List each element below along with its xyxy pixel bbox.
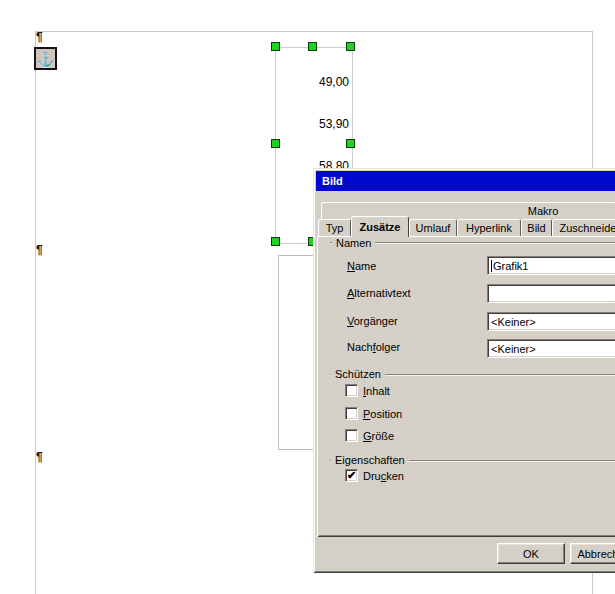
tab-zusaetze[interactable]: Zusätze xyxy=(351,216,409,237)
value-line: 49,00 xyxy=(280,75,349,89)
paragraph-mark: ¶ xyxy=(36,31,43,43)
selection-handle[interactable] xyxy=(271,139,280,148)
checkbox-drucken[interactable]: ✔ xyxy=(345,469,358,482)
page-margin-top-line xyxy=(35,31,593,32)
tab-label: Makro xyxy=(528,205,559,217)
dialog-title: Bild xyxy=(322,175,343,187)
tab-bild[interactable]: Bild xyxy=(521,219,552,236)
tab-label: Typ xyxy=(326,222,344,234)
nachfolger-value: <Keiner> xyxy=(491,342,536,357)
checkbox-groesse[interactable] xyxy=(345,429,358,442)
tab-label: Zuschneiden xyxy=(560,222,615,234)
tab-hyperlink[interactable]: Hyperlink xyxy=(457,219,521,236)
name-value: Grafik1 xyxy=(493,259,528,274)
tab-page-zusaetze xyxy=(317,236,615,537)
page-margin-left-line xyxy=(35,31,36,594)
paragraph-mark: ¶ xyxy=(36,451,43,463)
alternativtext-label: Alternativtext xyxy=(347,287,411,299)
cancel-button[interactable]: Abbrechen xyxy=(570,543,615,564)
paragraph-mark: ¶ xyxy=(36,244,43,256)
schuetzen-group-label: Schützen xyxy=(331,368,385,380)
name-label: Name xyxy=(347,260,376,272)
checkbox-groesse-label[interactable]: Größe xyxy=(363,430,394,443)
vorgaenger-label: Vorgänger xyxy=(347,315,398,327)
selection-handle[interactable] xyxy=(346,139,355,148)
tab-label: Bild xyxy=(527,222,545,234)
nachfolger-label: Nachfolger xyxy=(347,341,400,353)
checkmark: ✔ xyxy=(347,470,356,481)
tab-typ[interactable]: Typ xyxy=(318,219,351,236)
bild-dialog: Bild Makro Typ Zusätze Umlauf Hyperlink … xyxy=(313,168,615,573)
checkbox-inhalt-label[interactable]: Inhalt xyxy=(363,385,390,398)
selection-handle[interactable] xyxy=(271,42,280,51)
checkbox-position-label[interactable]: Position xyxy=(363,408,402,421)
dialog-titlebar[interactable]: Bild xyxy=(316,171,615,191)
name-input[interactable]: Grafik1 xyxy=(487,256,615,275)
vorgaenger-value: <Keiner> xyxy=(491,315,536,330)
checkbox-drucken-label[interactable]: Drucken xyxy=(363,470,404,483)
namen-group-label: Namen xyxy=(332,237,375,249)
anchor-icon[interactable]: ⚓ xyxy=(34,47,57,70)
alternativtext-input[interactable] xyxy=(487,284,615,303)
ok-button[interactable]: OK xyxy=(497,543,565,564)
tab-label: Zusätze xyxy=(360,221,401,233)
tab-zuschneiden[interactable]: Zuschneiden xyxy=(552,219,615,236)
tab-umlauf[interactable]: Umlauf xyxy=(409,219,457,236)
selection-handle[interactable] xyxy=(308,42,317,51)
writer-document-page: ¶ ¶ ¶ ⚓ 49,00 53,90 58,80 63,70 68,60 73… xyxy=(0,0,615,594)
value-line: 53,90 xyxy=(280,117,349,131)
nachfolger-input[interactable]: <Keiner> xyxy=(487,339,615,358)
tab-label: Umlauf xyxy=(416,222,451,234)
tab-label: Hyperlink xyxy=(466,222,512,234)
checkbox-position[interactable] xyxy=(345,407,358,420)
selection-handle[interactable] xyxy=(346,42,355,51)
selection-handle[interactable] xyxy=(271,237,280,246)
vorgaenger-input[interactable]: <Keiner> xyxy=(487,312,615,331)
checkbox-inhalt[interactable] xyxy=(345,384,358,397)
eigenschaften-group-label: Eigenschaften xyxy=(331,454,409,466)
text-caret xyxy=(491,260,492,272)
